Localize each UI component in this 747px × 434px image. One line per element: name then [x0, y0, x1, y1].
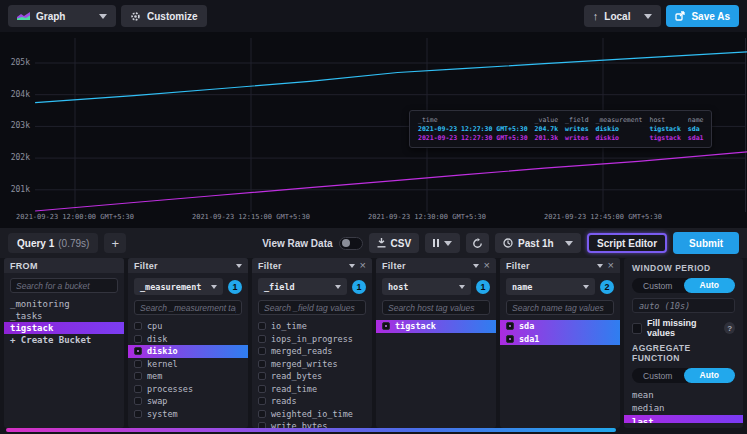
view-raw-data-toggle[interactable] — [339, 237, 363, 250]
checkbox[interactable] — [134, 347, 142, 355]
bucket-row[interactable]: _monitoring — [4, 298, 124, 310]
list-item-label: _monitoring — [10, 299, 70, 309]
tooltip-cell: diskio — [596, 134, 643, 142]
tag-value-row[interactable]: disk — [128, 333, 248, 346]
tag-value-row[interactable]: tigstack — [376, 320, 496, 333]
close-icon[interactable]: × — [360, 261, 366, 270]
bucket-search-input[interactable] — [10, 278, 118, 293]
tag-value-search-input[interactable] — [506, 300, 614, 315]
checkbox[interactable] — [134, 385, 142, 393]
create-bucket-button[interactable]: + Create Bucket — [4, 334, 124, 346]
list-item-label: kernel — [147, 359, 178, 369]
tag-value-row[interactable]: reads — [252, 395, 372, 408]
checkbox[interactable] — [134, 372, 142, 380]
tag-value-row[interactable]: mem — [128, 370, 248, 383]
checkbox[interactable] — [506, 335, 514, 343]
tag-value-row[interactable]: sda1 — [500, 333, 620, 346]
local-dropdown[interactable]: ↑ Local — [584, 5, 662, 27]
tag-key-dropdown[interactable]: _field — [258, 278, 347, 295]
checkbox[interactable] — [134, 360, 142, 368]
pause-dropdown[interactable] — [425, 233, 460, 253]
checkbox[interactable] — [382, 322, 390, 330]
tag-value-row[interactable]: iops_in_progress — [252, 333, 372, 346]
tag-value-row[interactable]: write_bytes — [252, 420, 372, 428]
checkbox[interactable] — [134, 397, 142, 405]
checkbox[interactable] — [258, 397, 266, 405]
tag-value-row[interactable]: merged_reads — [252, 345, 372, 358]
tag-key-dropdown[interactable]: name — [506, 278, 595, 295]
x-axis-tick-label: 2021-09-23 12:15:00 GMT+5:30 — [192, 213, 310, 221]
chevron-down-icon[interactable] — [473, 264, 479, 268]
fill-missing-checkbox[interactable] — [632, 323, 642, 334]
bucket-row[interactable]: tigstack — [4, 322, 124, 334]
close-icon[interactable]: × — [484, 261, 490, 270]
tag-key-dropdown[interactable]: _measurement — [134, 278, 223, 295]
aggregate-custom-option[interactable]: Custom — [632, 371, 684, 381]
tooltip-col-field: _field — [565, 116, 588, 124]
checkbox[interactable] — [258, 322, 266, 330]
function-row[interactable]: mean — [624, 388, 743, 402]
x-axis-tick-label: 2021-09-23 12:45:00 GMT+5:30 — [544, 213, 662, 221]
add-query-button[interactable]: + — [104, 233, 126, 253]
graph-type-dropdown[interactable]: Graph — [8, 5, 116, 27]
tag-value-row[interactable]: system — [128, 408, 248, 421]
bucket-list: _monitoring_taskstigstack+ Create Bucket — [4, 298, 124, 428]
tag-value-row[interactable]: merged_writes — [252, 358, 372, 371]
chevron-down-icon[interactable] — [597, 264, 603, 268]
time-range-dropdown[interactable]: Past 1h — [495, 233, 581, 253]
list-item-label: io_time — [271, 321, 307, 331]
checkbox[interactable] — [258, 360, 266, 368]
tag-value-row[interactable]: io_time — [252, 320, 372, 333]
checkbox[interactable] — [258, 410, 266, 418]
chevron-down-icon[interactable] — [236, 264, 242, 268]
save-as-label: Save As — [691, 11, 730, 22]
tag-value-row[interactable]: sda — [500, 320, 620, 333]
help-icon[interactable]: ? — [724, 322, 735, 334]
close-icon[interactable]: × — [608, 261, 614, 270]
y-axis-tick-label: 204k — [0, 90, 30, 99]
window-period-value[interactable]: auto (10s) — [632, 298, 735, 313]
tag-key-dropdown[interactable]: host — [382, 278, 471, 295]
tag-value-row[interactable]: read_time — [252, 383, 372, 396]
bucket-row[interactable]: _tasks — [4, 310, 124, 322]
tag-value-row[interactable]: read_bytes — [252, 370, 372, 383]
tag-value-row[interactable]: kernel — [128, 358, 248, 371]
time-series-chart[interactable]: 205k204k203k202k201k 2021-09-23 12:00:00… — [0, 32, 747, 228]
checkbox[interactable] — [134, 410, 142, 418]
tag-value-row[interactable]: processes — [128, 383, 248, 396]
checkbox[interactable] — [258, 335, 266, 343]
tag-value-search-input[interactable] — [134, 300, 242, 315]
script-editor-button[interactable]: Script Editor — [587, 233, 667, 253]
checkbox[interactable] — [258, 372, 266, 380]
filter-card-header: Filter × — [500, 258, 620, 273]
query-tab[interactable]: Query 1 (0.79s) — [8, 233, 98, 253]
chevron-down-icon[interactable] — [349, 264, 355, 268]
tag-value-search-input[interactable] — [382, 300, 490, 315]
submit-label: Submit — [689, 238, 723, 249]
tag-value-row[interactable]: swap — [128, 395, 248, 408]
submit-button[interactable]: Submit — [673, 232, 739, 254]
aggregate-auto-option[interactable]: Auto — [684, 368, 736, 383]
window-auto-option[interactable]: Auto — [684, 278, 736, 293]
function-row[interactable]: last — [624, 415, 743, 423]
checkbox[interactable] — [258, 347, 266, 355]
function-row[interactable]: median — [624, 402, 743, 416]
tag-value-search-input[interactable] — [258, 300, 366, 315]
horizontal-scrollbar[interactable] — [6, 428, 616, 432]
refresh-icon — [472, 238, 483, 249]
window-custom-option[interactable]: Custom — [632, 281, 684, 291]
tag-value-row[interactable]: weighted_io_time — [252, 408, 372, 421]
list-item-label: merged_writes — [271, 359, 338, 369]
save-as-button[interactable]: Save As — [666, 5, 739, 27]
y-axis-tick-label: 203k — [0, 121, 30, 130]
checkbox[interactable] — [134, 335, 142, 343]
checkbox[interactable] — [506, 322, 514, 330]
window-period-title: WINDOW PERIOD — [632, 263, 735, 273]
checkbox[interactable] — [258, 385, 266, 393]
csv-download-button[interactable]: CSV — [369, 233, 420, 253]
refresh-button[interactable] — [466, 233, 489, 253]
checkbox[interactable] — [134, 322, 142, 330]
tag-value-row[interactable]: diskio — [128, 345, 248, 358]
tag-value-row[interactable]: cpu — [128, 320, 248, 333]
customize-button[interactable]: Customize — [121, 5, 207, 27]
